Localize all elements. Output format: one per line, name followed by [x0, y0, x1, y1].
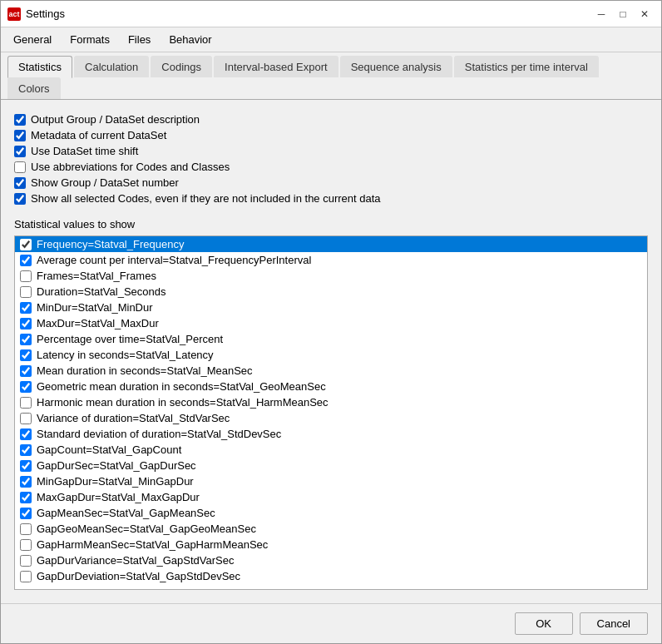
list-item-label: GapMeanSec=StatVal_GapMeanSec	[37, 507, 215, 519]
checkbox-use-dataset-time-shift-input[interactable]	[14, 146, 26, 157]
checkbox-metadata[interactable]: Metadata of current DataSet	[14, 129, 648, 141]
list-item[interactable]: Frequency=Statval_Frequency	[15, 236, 647, 252]
list-item-label: Frames=StatVal_Frames	[37, 270, 156, 282]
list-item-checkbox[interactable]	[20, 460, 32, 472]
list-item[interactable]: Standard deviation of duration=StatVal_S…	[15, 426, 647, 442]
cancel-button[interactable]: Cancel	[580, 612, 648, 635]
list-item[interactable]: GapDurVariance=StatVal_GapStdVarSec	[15, 552, 647, 568]
list-item[interactable]: Mean duration in seconds=StatVal_MeanSec	[15, 363, 647, 379]
content-area: Output Group / DataSet description Metad…	[1, 100, 661, 603]
list-item-label: GapCount=StatVal_GapCount	[37, 443, 181, 456]
menubar: General Formats Files Behavior	[1, 27, 661, 52]
list-item[interactable]: MaxDur=StatVal_MaxDur	[15, 315, 647, 331]
list-item[interactable]: Frames=StatVal_Frames	[15, 268, 647, 284]
checkbox-show-group-input[interactable]	[14, 177, 26, 189]
list-item-label: Standard deviation of duration=StatVal_S…	[37, 428, 281, 440]
checkbox-use-abbreviations-input[interactable]	[14, 161, 26, 173]
list-item-label: Duration=StatVal_Seconds	[37, 285, 166, 298]
list-item-label: Percentage over time=StatVal_Percent	[37, 333, 223, 345]
close-button[interactable]: ✕	[635, 6, 655, 22]
list-item-label: GapGeoMeanSec=StatVal_GapGeoMeanSec	[37, 523, 256, 535]
list-item-checkbox[interactable]	[20, 413, 32, 424]
checkbox-output-group[interactable]: Output Group / DataSet description	[14, 113, 648, 126]
list-item[interactable]: GapCount=StatVal_GapCount	[15, 442, 647, 458]
list-item-label: Average count per interval=Statval_Frequ…	[37, 254, 311, 266]
menu-item-formats[interactable]: Formats	[61, 29, 119, 50]
list-item-label: GapHarmMeanSec=StatVal_GapHarmMeanSec	[37, 538, 268, 551]
list-item-checkbox[interactable]	[20, 286, 32, 298]
list-item[interactable]: Latency in seconds=StatVal_Latency	[15, 347, 647, 363]
list-item[interactable]: MinDur=StatVal_MinDur	[15, 300, 647, 315]
list-item[interactable]: GapGeoMeanSec=StatVal_GapGeoMeanSec	[15, 521, 647, 537]
list-item-checkbox[interactable]	[20, 334, 32, 345]
list-item-checkbox[interactable]	[20, 397, 32, 409]
list-item[interactable]: Average count per interval=Statval_Frequ…	[15, 252, 647, 268]
checkbox-output-group-input[interactable]	[14, 114, 26, 126]
titlebar: act Settings ─ □ ✕	[1, 1, 661, 27]
top-checkboxes: Output Group / DataSet description Metad…	[14, 113, 648, 205]
checkbox-show-all-selected-input[interactable]	[14, 193, 26, 205]
list-item-label: Mean duration in seconds=StatVal_MeanSec	[37, 364, 253, 377]
list-item-checkbox[interactable]	[20, 508, 32, 519]
list-item[interactable]: Harmonic mean duration in seconds=StatVa…	[15, 394, 647, 410]
list-item-label: Harmonic mean duration in seconds=StatVa…	[37, 396, 329, 409]
list-item[interactable]: GapDurDeviation=StatVal_GapStdDevSec	[15, 568, 647, 584]
list-item-label: GapDurVariance=StatVal_GapStdVarSec	[37, 554, 234, 567]
checkbox-use-abbreviations[interactable]: Use abbreviations for Codes and Classes	[14, 161, 648, 173]
list-item-checkbox[interactable]	[20, 255, 32, 266]
tabs-bar: Statistics Calculation Codings Interval-…	[1, 52, 661, 100]
list-item[interactable]: GapMeanSec=StatVal_GapMeanSec	[15, 505, 647, 521]
tab-calculation[interactable]: Calculation	[74, 56, 149, 77]
list-item-checkbox[interactable]	[20, 571, 32, 582]
checkbox-show-group[interactable]: Show Group / DataSet number	[14, 176, 648, 189]
minimize-button[interactable]: ─	[591, 6, 611, 22]
list-item[interactable]: Variance of duration=StatVal_StdVarSec	[15, 410, 647, 426]
list-item-checkbox[interactable]	[20, 429, 32, 440]
list-item[interactable]: GapHarmMeanSec=StatVal_GapHarmMeanSec	[15, 537, 647, 552]
list-item-label: MinDur=StatVal_MinDur	[37, 301, 153, 314]
list-item-label: MinGapDur=StatVal_MinGapDur	[37, 475, 194, 488]
list-item-label: Frequency=Statval_Frequency	[37, 238, 184, 250]
list-item-checkbox[interactable]	[20, 318, 32, 329]
list-item-checkbox[interactable]	[20, 444, 32, 456]
list-item-checkbox[interactable]	[20, 302, 32, 314]
list-item-checkbox[interactable]	[20, 476, 32, 488]
menu-item-general[interactable]: General	[4, 29, 61, 50]
section-label: Statistical values to show	[14, 218, 648, 230]
statistical-values-list[interactable]: Frequency=Statval_FrequencyAverage count…	[14, 235, 648, 590]
checkbox-metadata-input[interactable]	[14, 130, 26, 141]
tab-sequence-analysis[interactable]: Sequence analysis	[340, 56, 452, 77]
list-item-label: Latency in seconds=StatVal_Latency	[37, 349, 214, 361]
maximize-button[interactable]: □	[613, 6, 633, 22]
list-item-checkbox[interactable]	[20, 365, 32, 377]
menu-item-files[interactable]: Files	[119, 29, 160, 50]
list-item-checkbox[interactable]	[20, 270, 32, 282]
list-item-checkbox[interactable]	[20, 523, 32, 535]
list-item[interactable]: GapDurSec=StatVal_GapDurSec	[15, 458, 647, 473]
list-item-checkbox[interactable]	[20, 539, 32, 551]
app-icon: act	[7, 7, 21, 21]
titlebar-buttons: ─ □ ✕	[591, 6, 655, 22]
settings-window: act Settings ─ □ ✕ General Formats Files…	[0, 0, 662, 644]
list-item[interactable]: Percentage over time=StatVal_Percent	[15, 331, 647, 347]
list-item-checkbox[interactable]	[20, 239, 32, 250]
tab-interval-export[interactable]: Interval-based Export	[214, 56, 338, 77]
tab-colors[interactable]: Colors	[7, 77, 61, 99]
list-item-checkbox[interactable]	[20, 381, 32, 393]
list-item-checkbox[interactable]	[20, 555, 32, 567]
list-item[interactable]: Geometric mean duration in seconds=StatV…	[15, 379, 647, 394]
menu-item-behavior[interactable]: Behavior	[160, 29, 220, 50]
tab-codings[interactable]: Codings	[151, 56, 212, 77]
list-item[interactable]: MinGapDur=StatVal_MinGapDur	[15, 473, 647, 489]
list-item-checkbox[interactable]	[20, 492, 32, 503]
checkbox-show-all-selected[interactable]: Show all selected Codes, even if they ar…	[14, 192, 648, 205]
list-item[interactable]: Duration=StatVal_Seconds	[15, 284, 647, 300]
list-item-checkbox[interactable]	[20, 349, 32, 361]
list-item-label: Geometric mean duration in seconds=StatV…	[37, 380, 326, 393]
tab-statistics[interactable]: Statistics	[7, 56, 72, 78]
checkbox-use-dataset-time-shift[interactable]: Use DataSet time shift	[14, 145, 648, 157]
list-item[interactable]: MaxGapDur=StatVal_MaxGapDur	[15, 489, 647, 505]
list-item-label: MaxGapDur=StatVal_MaxGapDur	[37, 491, 200, 503]
ok-button[interactable]: OK	[515, 612, 573, 635]
tab-stats-time-interval[interactable]: Statistics per time interval	[454, 56, 599, 77]
